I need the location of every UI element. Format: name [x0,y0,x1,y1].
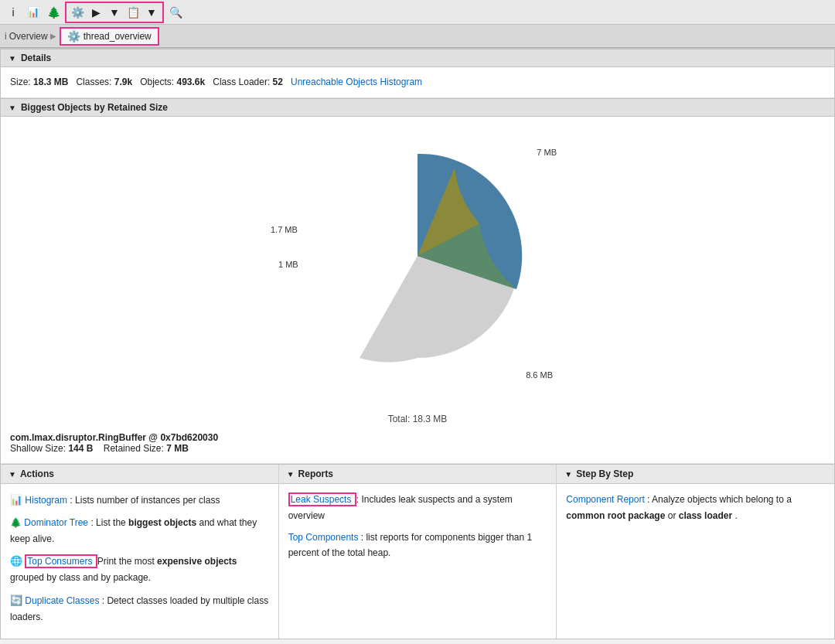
step-content: Component Report : Analyze objects which… [557,484,834,537]
main-content: ▼ Details Size: 18.3 MB Classes: 7.9k Ob… [0,48,835,639]
objects-value: 493.6k [177,77,206,87]
action-histogram-row: 📊 Histogram : Lists number of instances … [10,492,269,509]
reports-title: Reports [298,469,333,479]
histogram-action-icon: 📊 [10,494,22,506]
top-consumers-highlight: Top Consumers [25,554,97,568]
details-content: Size: 18.3 MB Classes: 7.9k Objects: 493… [1,67,834,98]
object-name: com.lmax.disruptor.RingBuffer @ 0x7bd620… [10,432,218,443]
details-collapse-arrow[interactable]: ▼ [9,54,16,63]
actions-header: ▼ Actions [1,465,278,484]
tabbar: i Overview ▶ ⚙️ thread_overview [0,25,835,48]
report-leak-suspects-row: Leak Suspects : Includes leak suspects a… [288,492,547,523]
chart-header: ▼ Biggest Objects by Retained Size [1,98,834,117]
reports-content: Leak Suspects : Includes leak suspects a… [279,484,557,575]
shallow-label: Shallow Size: [10,443,66,454]
label-1mb: 1 MB [278,260,298,269]
actions-content: 📊 Histogram : Lists number of instances … [1,484,278,639]
action-duplicate-row: 🔄 Duplicate Classes : Detect classes loa… [10,592,269,625]
action-dominator-row: 🌲 Dominator Tree : List the biggest obje… [10,515,269,547]
leak-suspects-link[interactable]: Leak Suspects [291,494,352,505]
search-icon[interactable]: 🔍 [167,4,184,21]
reports-header: ▼ Reports [279,465,557,484]
step-title: Step By Step [576,469,633,479]
histogram-desc: : Lists number of instances per class [70,495,220,506]
chart-title: Biggest Objects by Retained Size [21,102,168,113]
toolbar-highlighted-group: ⚙️ ▶ ▼ 📋 ▼ [65,2,164,23]
details-title: Details [21,53,51,63]
chart-collapse-arrow[interactable]: ▼ [9,104,16,112]
chart-section: 7 MB 1.7 MB 1 MB 8.6 MB Total: 18.3 MB c… [1,117,834,464]
actions-title: Actions [20,469,54,479]
reports-panel: ▼ Reports Leak Suspects : Includes leak … [279,465,557,639]
classes-label: Classes: [76,77,111,87]
report-icon[interactable]: 📋 [124,4,141,21]
top-consumers-bold: expensive objects [157,556,237,567]
component-report-end: . [734,510,737,521]
overview-tab-label[interactable]: Overview [9,31,48,42]
component-report-bold2: class loader [679,510,732,521]
thread-overview-tab[interactable]: ⚙️ thread_overview [60,27,159,46]
component-report-bold1: common root package [566,510,665,521]
tab-label: thread_overview [84,31,152,42]
classloader-label: Class Loader: [213,77,270,87]
retained-label: Retained Size: [104,443,164,454]
label-1-7mb: 1.7 MB [271,225,298,234]
tab-arrow: ▶ [50,32,56,40]
label-7mb: 7 MB [537,148,557,157]
component-report-link[interactable]: Component Report [566,494,644,505]
top-consumers-after: grouped by class and by package. [10,572,151,583]
info-icon[interactable]: i [5,4,22,21]
tab-info: i Overview ▶ [5,31,56,42]
top-consumers-link[interactable]: Top Consumers [27,556,92,567]
details-header: ▼ Details [1,49,834,67]
size-value: 18.3 MB [33,77,68,87]
dominator-action-icon: 🌲 [10,517,22,528]
dominator-desc-before: : List the [90,517,128,528]
dominator-link[interactable]: Dominator Tree [24,517,88,528]
tab-gear-icon: ⚙️ [67,30,80,43]
bottom-panels: ▼ Actions 📊 Histogram : Lists number of … [1,464,834,639]
actions-collapse-arrow[interactable]: ▼ [9,470,16,479]
chart-total: Total: 18.3 MB [388,414,448,424]
shallow-value: 144 B [68,443,93,454]
retained-value: 7 MB [166,443,189,454]
dominator-icon[interactable]: 🌲 [45,4,62,21]
duplicate-link[interactable]: Duplicate Classes [25,595,99,606]
unreachable-histogram-link[interactable]: Unreachable Objects Histogram [291,77,422,87]
top-consumers-icon: 🌐 [10,555,22,567]
objects-label: Objects: [140,77,174,87]
top-components-link[interactable]: Top Components [288,532,359,543]
action-top-consumers-row: 🌐 Top Consumers Print the most expensive… [10,553,269,585]
report-dropdown-icon[interactable]: ▼ [143,4,160,21]
step-header: ▼ Step By Step [557,465,834,484]
toolbar: i 📊 🌲 ⚙️ ▶ ▼ 📋 ▼ 🔍 [0,0,835,25]
chart-info: com.lmax.disruptor.RingBuffer @ 0x7bd620… [10,432,218,454]
histogram-link[interactable]: Histogram [25,495,67,506]
step-by-step-panel: ▼ Step By Step Component Report : Analyz… [557,465,834,639]
histogram-icon[interactable]: 📊 [25,4,42,21]
actions-panel: ▼ Actions 📊 Histogram : Lists number of … [1,465,279,639]
step-collapse-arrow[interactable]: ▼ [564,470,572,479]
component-report-or: or [668,510,679,521]
size-label: Size: [10,77,31,87]
duplicate-icon: 🔄 [10,595,22,606]
dominator-bold: biggest objects [128,517,196,528]
classes-value: 7.9k [114,77,132,87]
settings-icon[interactable]: ⚙️ [69,4,86,21]
run-icon[interactable]: ▶ [87,4,104,21]
reports-collapse-arrow[interactable]: ▼ [287,470,295,479]
pie-chart [302,140,533,372]
dropdown-icon[interactable]: ▼ [106,4,123,21]
component-report-row: Component Report : Analyze objects which… [566,492,825,523]
top-consumers-before: Print the most [97,556,157,567]
classloader-value: 52 [273,77,283,87]
report-top-components-row: Top Components : list reports for compon… [288,530,547,561]
leak-suspects-highlight: Leak Suspects [288,492,356,506]
label-8-6mb: 8.6 MB [526,370,553,380]
component-report-before: : Analyze objects which belong to a [647,494,792,505]
info-tab-icon: i [5,31,7,42]
